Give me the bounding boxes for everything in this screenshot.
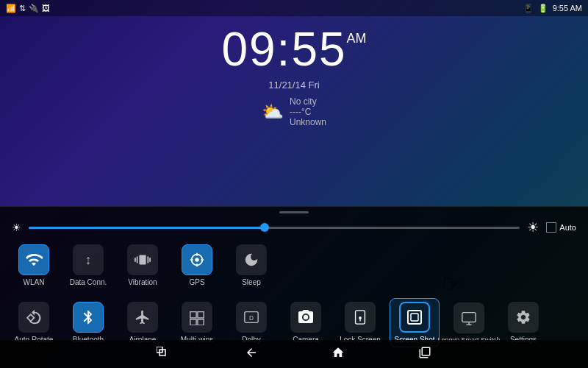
status-icons-right: 📱 🔋 9:55 AM (523, 4, 582, 13)
tile-wlan[interactable]: WLAN (9, 241, 59, 289)
clock-date: 11/21/14 Fri (268, 79, 319, 91)
weather-icon: ⛅ (262, 102, 284, 122)
weather-temp: ----°C (290, 107, 326, 117)
brightness-slider[interactable] (29, 227, 520, 229)
battery-icon: 🔋 (538, 4, 548, 13)
tablet-icon: 📱 (523, 4, 534, 13)
brightness-low-icon: ☀ (12, 222, 21, 233)
tile-gps[interactable]: GPS (172, 241, 222, 289)
svg-text:D: D (249, 315, 254, 322)
vibration-label: Vibration (128, 278, 157, 286)
status-icons-left: 📶 ⇅ 🔌 🖼 (6, 4, 50, 13)
svg-rect-12 (411, 314, 418, 321)
auto-checkbox[interactable] (546, 222, 556, 233)
lock-screen-icon (345, 302, 376, 333)
status-bar: 📶 ⇅ 🔌 🖼 📱 🔋 9:55 AM (0, 0, 588, 16)
settings-icon (508, 302, 539, 333)
weather-widget: ⛅ No city ----°C Unknown (262, 96, 326, 127)
clock-time: 09:55 (221, 23, 346, 76)
nav-bar (0, 340, 588, 368)
brightness-high-icon: ☀ (527, 219, 539, 236)
camera-icon (290, 302, 321, 333)
drag-handle[interactable] (0, 207, 588, 218)
svg-rect-11 (408, 311, 421, 324)
vibration-icon (127, 244, 158, 275)
gps-label: GPS (189, 278, 204, 286)
nav-home-button[interactable] (324, 342, 352, 367)
handle-bar (279, 211, 309, 213)
weather-condition: Unknown (290, 117, 326, 127)
usb-icon: 🔌 (29, 4, 39, 13)
tile-data-conn[interactable]: ↕ Data Conn. (63, 241, 113, 289)
dolby-icon: D (236, 302, 267, 333)
auto-rotate-icon (18, 302, 49, 333)
svg-point-9 (359, 316, 362, 319)
lenovo-smart-switch-icon (453, 302, 484, 333)
nav-back-button[interactable] (237, 342, 265, 367)
clock-ampm: AM (347, 31, 367, 46)
image-icon: 🖼 (42, 4, 50, 13)
bluetooth-icon (73, 302, 104, 333)
svg-rect-13 (462, 312, 476, 322)
multi-wins-icon (182, 302, 212, 333)
slider-thumb (260, 223, 269, 232)
sleep-icon (236, 244, 267, 275)
tiles-row1: WLAN ↕ Data Conn. Vibration GPS Sleep (0, 237, 588, 294)
sleep-label: Sleep (242, 278, 261, 286)
status-time: 9:55 AM (553, 4, 582, 13)
gps-icon (182, 244, 212, 275)
tile-lenovo-smart-switch[interactable]: Lenovo Smart Switch (444, 300, 494, 347)
svg-point-1 (195, 258, 199, 262)
tile-vibration[interactable]: Vibration (118, 241, 168, 289)
weather-text: No city ----°C Unknown (290, 96, 326, 127)
data-conn-label: Data Conn. (70, 278, 107, 286)
nav-overview-button[interactable] (411, 342, 439, 367)
clock-display: 09:55AM (221, 22, 366, 77)
auto-text: Auto (559, 223, 576, 232)
nav-recents-button[interactable] (149, 342, 179, 366)
slider-fill (29, 227, 265, 229)
screenshot-icon (399, 302, 430, 333)
airplane-icon (127, 302, 158, 333)
auto-brightness-label[interactable]: Auto (546, 222, 576, 233)
brightness-row: ☀ ☀ Auto (0, 218, 588, 237)
data-conn-icon: ↕ (73, 244, 104, 275)
wifi-icon: 📶 (6, 4, 16, 13)
clock-widget: 09:55AM 11/21/14 Fri ⛅ No city ----°C Un… (0, 22, 588, 127)
wlan-icon (18, 244, 49, 275)
data-transfer-icon: ⇅ (19, 4, 26, 13)
tile-sleep[interactable]: Sleep (226, 241, 276, 289)
wlan-label: WLAN (24, 278, 45, 286)
weather-location: No city (290, 96, 326, 107)
